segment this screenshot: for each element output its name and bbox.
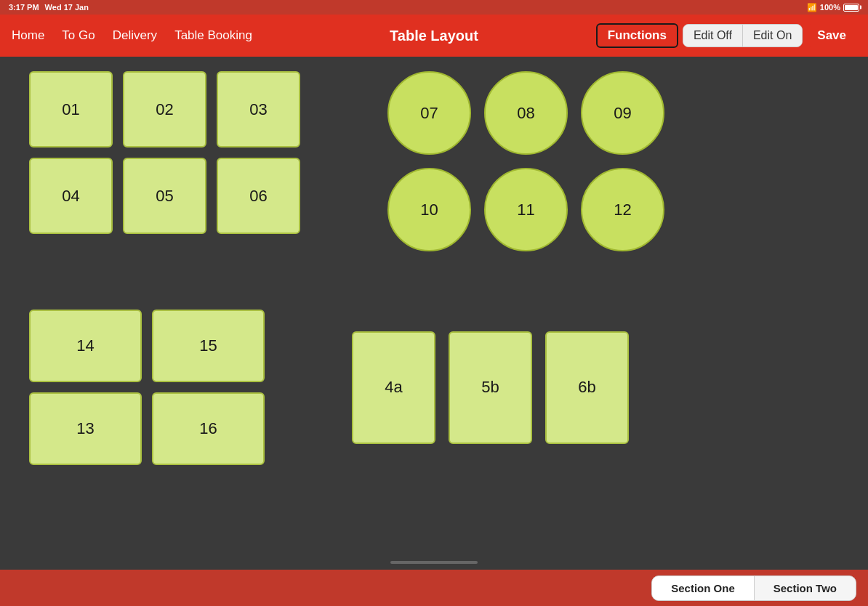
battery-text: 100% <box>820 3 840 12</box>
top-row: 01 02 03 04 05 06 07 08 09 10 11 12 <box>29 71 839 251</box>
table-12[interactable]: 12 <box>581 168 664 251</box>
nav-delivery[interactable]: Delivery <box>113 28 157 43</box>
table-02[interactable]: 02 <box>123 71 206 148</box>
main-content: 01 02 03 04 05 06 07 08 09 10 11 12 14 1… <box>0 57 868 570</box>
header: Home To Go Delivery Table Booking Table … <box>0 15 868 57</box>
table-15[interactable]: 15 <box>152 310 265 382</box>
nav-to-go[interactable]: To Go <box>62 28 95 43</box>
table-07[interactable]: 07 <box>387 71 471 155</box>
table-04[interactable]: 04 <box>29 158 113 234</box>
date: Wed 17 Jan <box>45 3 89 12</box>
square-tables-bottom-right: 4a 5b 6b <box>352 310 629 465</box>
edit-off-button[interactable]: Edit Off <box>683 25 743 47</box>
table-4a[interactable]: 4a <box>352 331 435 444</box>
circle-tables-top: 07 08 09 10 11 12 <box>387 71 664 251</box>
bottom-row: 14 15 13 16 4a 5b 6b <box>29 310 839 465</box>
nav-table-booking[interactable]: Table Booking <box>174 28 252 43</box>
table-13[interactable]: 13 <box>29 392 142 465</box>
table-6b[interactable]: 6b <box>545 331 629 444</box>
table-14[interactable]: 14 <box>29 310 142 382</box>
page-title: Table Layout <box>390 28 478 44</box>
table-08[interactable]: 08 <box>484 71 568 155</box>
functions-button[interactable]: Functions <box>596 23 678 48</box>
scroll-indicator <box>390 561 478 564</box>
table-05[interactable]: 05 <box>123 158 206 234</box>
square-tables-bottom-left: 14 15 13 16 <box>29 310 265 465</box>
square-tables-top: 01 02 03 04 05 06 <box>29 71 300 251</box>
table-09[interactable]: 09 <box>581 71 664 155</box>
header-actions: Functions Edit Off Edit On Save <box>596 23 856 48</box>
table-16[interactable]: 16 <box>152 392 265 465</box>
wifi-icon: 📶 <box>807 3 817 12</box>
save-button[interactable]: Save <box>807 24 856 47</box>
edit-button-group: Edit Off Edit On <box>683 24 803 47</box>
footer: Section One Section Two <box>0 570 868 606</box>
section-toggle: Section One Section Two <box>651 575 856 601</box>
battery-icon <box>843 4 859 12</box>
table-5b[interactable]: 5b <box>449 331 532 444</box>
table-11[interactable]: 11 <box>484 168 568 251</box>
table-10[interactable]: 10 <box>387 168 471 251</box>
table-06[interactable]: 06 <box>217 158 300 234</box>
section-one-button[interactable]: Section One <box>652 576 755 600</box>
nav-bar: Home To Go Delivery Table Booking <box>12 28 252 43</box>
table-03[interactable]: 03 <box>217 71 300 148</box>
table-01[interactable]: 01 <box>29 71 113 148</box>
section-two-button[interactable]: Section Two <box>755 576 856 600</box>
nav-home[interactable]: Home <box>12 28 44 43</box>
edit-on-button[interactable]: Edit On <box>743 25 802 47</box>
status-bar: 3:17 PM Wed 17 Jan 📶 100% <box>0 0 868 15</box>
time: 3:17 PM <box>9 3 39 12</box>
